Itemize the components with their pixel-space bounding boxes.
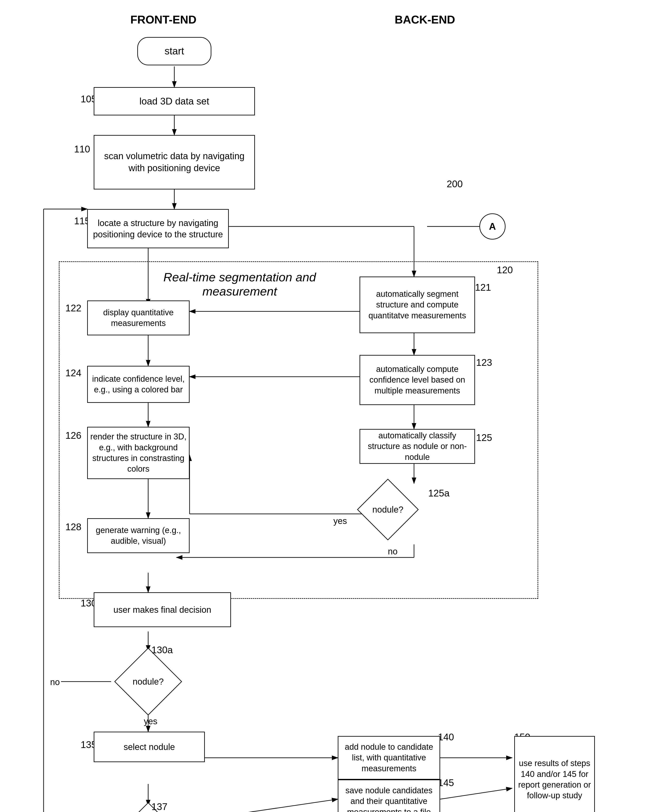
quit-diamond: quit? [113,803,183,812]
auto-compute-confidence-box: automatically compute confidence level b… [359,355,475,405]
step-125a-num: 125a [428,488,450,499]
scan-volumetric-box: scan volumetric data by navigating with … [94,135,255,189]
step-121-num: 121 [475,282,491,293]
step-145-num: 145 [438,777,454,788]
user-final-decision-box: user makes final decision [94,592,231,627]
step-124-num: 124 [65,368,81,379]
step-120-num: 120 [497,264,513,275]
no-label-130a: no [50,677,60,687]
add-nodule-box: add nodule to candidate list, with quant… [338,736,440,780]
circle-a: A [479,214,506,240]
flowchart-diagram: FRONT-END BACK-END start 105 load 3D dat… [0,0,650,812]
yes-label-130a: yes [144,716,158,726]
step-123-num: 123 [476,357,492,368]
ref-200: 200 [447,179,463,189]
yes-label-125a: yes [333,516,347,526]
auto-classify-box: automatically classify structure as nodu… [359,429,475,464]
select-nodule-box: select nodule [94,732,205,762]
indicate-confidence-box: indicate confidence level, e.g., using a… [87,366,190,403]
generate-warning-box: generate warning (e.g., audible, visual) [87,518,190,553]
step-110-num: 110 [74,144,90,155]
render-3d-box: render the structure in 3D, e.g., with b… [87,427,190,479]
step-128-num: 128 [65,522,81,533]
start-node: start [137,37,211,65]
locate-structure-box: locate a structure by navigating positio… [87,209,229,248]
nodule-diamond-130a: nodule? [113,649,183,714]
display-quantitative-box: display quantitative measurements [87,301,190,335]
svg-line-32 [440,788,512,799]
load-3d-box: load 3D data set [94,87,255,115]
step-122-num: 122 [65,303,81,314]
step-125-num: 125 [476,432,492,443]
svg-line-33 [190,799,338,812]
save-nodule-box: save nodule candidates and their quantit… [338,780,440,812]
use-results-box: use results of steps 140 and/or 145 for … [514,736,595,812]
nodule-diamond-125a: nodule? [357,479,418,540]
frontend-header: FRONT-END [98,13,229,26]
step-126-num: 126 [65,430,81,441]
step-140-num: 140 [438,732,454,743]
backend-header: BACK-END [370,13,479,26]
auto-segment-box: automatically segment structure and comp… [359,276,475,333]
realtime-title: Real-time segmentation and measurement [153,270,327,298]
no-label-125a: no [388,546,398,556]
